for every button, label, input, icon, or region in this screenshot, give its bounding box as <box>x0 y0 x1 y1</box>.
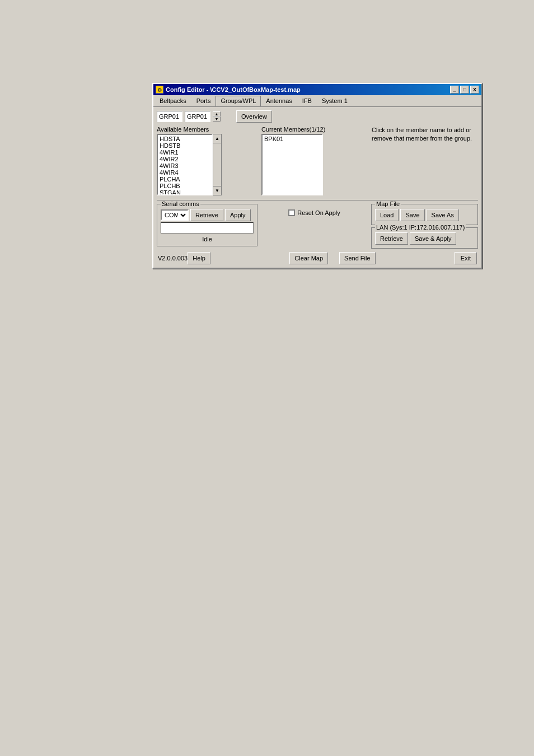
serial-comms-group: Serial comms COM1 COM2 COM3 COM4 Retriev… <box>157 204 257 246</box>
map-file-row: Load Save Save As <box>375 209 474 221</box>
group-label-input[interactable] <box>157 111 182 122</box>
hint-text: Click on the member name to add or remov… <box>366 126 478 195</box>
spin-down[interactable]: ▼ <box>213 116 221 122</box>
save-apply-button[interactable]: Save & Apply <box>410 232 456 245</box>
reset-on-apply-checkbox[interactable] <box>288 209 295 216</box>
list-item[interactable]: BPK01 <box>263 136 321 142</box>
map-file-group: Map File Load Save Save As <box>371 204 478 225</box>
scroll-up-btn[interactable]: ▲ <box>213 134 221 143</box>
lan-row: Retrieve Save & Apply <box>375 232 474 245</box>
lan-retrieve-button[interactable]: Retrieve <box>375 232 408 245</box>
group-value-input[interactable] <box>185 111 210 122</box>
map-file-legend: Map File <box>375 200 401 207</box>
app-icon: ⚙ <box>156 86 163 94</box>
right-panel: Map File Load Save Save As LAN (Sys:1 IP… <box>371 204 478 249</box>
available-members-panel: Available Members HDSTA HDSTB 4WIR1 4WIR… <box>157 126 258 195</box>
group-spinner[interactable]: ▲ ▼ <box>213 111 221 122</box>
list-item[interactable]: PLCHA <box>158 176 211 183</box>
list-item[interactable]: HDSTB <box>158 142 211 149</box>
title-bar-left: ⚙ Config Editor - \CCV2_OutOfBoxMap-test… <box>156 86 301 94</box>
main-window: ⚙ Config Editor - \CCV2_OutOfBoxMap-test… <box>152 83 483 269</box>
reset-on-apply-label: Reset On Apply <box>297 209 340 216</box>
exit-button[interactable]: Exit <box>455 252 477 264</box>
bottom-section: Serial comms COM1 COM2 COM3 COM4 Retriev… <box>157 204 478 249</box>
reset-on-apply-row: Reset On Apply <box>261 204 368 216</box>
tab-ports[interactable]: Ports <box>191 96 216 106</box>
overview-button[interactable]: Overview <box>236 110 272 123</box>
serial-retrieve-button[interactable]: Retrieve <box>190 209 223 221</box>
current-members-panel: Current Members(1/12) BPK01 <box>261 126 363 195</box>
serial-row: COM1 COM2 COM3 COM4 Retrieve Apply <box>161 209 254 221</box>
divider <box>157 200 478 200</box>
serial-comms-legend: Serial comms <box>161 200 200 207</box>
send-file-button[interactable]: Send File <box>339 252 375 264</box>
list-item[interactable]: 4WIR2 <box>158 156 211 162</box>
tab-antennas[interactable]: Antennas <box>261 96 297 106</box>
members-section: Available Members HDSTA HDSTB 4WIR1 4WIR… <box>157 126 478 195</box>
title-bar: ⚙ Config Editor - \CCV2_OutOfBoxMap-test… <box>153 84 481 95</box>
group-row: ▲ ▼ Overview <box>157 110 478 123</box>
tab-groups-wpl[interactable]: Groups/WPL <box>216 96 261 106</box>
list-item[interactable]: 4WIR4 <box>158 169 211 176</box>
save-as-button[interactable]: Save As <box>427 209 459 221</box>
list-item[interactable]: 4WIR3 <box>158 162 211 169</box>
content-area: ▲ ▼ Overview Available Members HDSTA HDS… <box>153 107 481 268</box>
lan-group: LAN (Sys:1 IP:172.016.007.117) Retrieve … <box>371 227 478 249</box>
bottom-bar: V2.0.0.003 Help Clear Map Send File Exit <box>157 252 478 264</box>
available-members-listbox[interactable]: HDSTA HDSTB 4WIR1 4WIR2 4WIR3 4WIR4 PLCH… <box>157 134 213 195</box>
clear-map-button[interactable]: Clear Map <box>289 252 328 264</box>
available-members-listbox-wrapper: HDSTA HDSTB 4WIR1 4WIR2 4WIR3 4WIR4 PLCH… <box>157 134 258 195</box>
version-text: V2.0.0.003 <box>158 255 188 262</box>
serial-apply-button[interactable]: Apply <box>225 209 251 221</box>
close-button[interactable]: X <box>470 86 479 94</box>
list-item[interactable]: 4WIR1 <box>158 149 211 156</box>
scroll-down-btn[interactable]: ▼ <box>213 186 221 195</box>
load-button[interactable]: Load <box>375 209 399 221</box>
list-item[interactable]: HDSTA <box>158 136 211 142</box>
tab-beltpacks[interactable]: Beltpacks <box>154 96 191 106</box>
available-members-label: Available Members <box>157 126 258 133</box>
tab-bar: Beltpacks Ports Groups/WPL Antennas IFB … <box>153 95 481 107</box>
help-button[interactable]: Help <box>188 252 210 264</box>
current-members-label: Current Members(1/12) <box>261 126 363 133</box>
restore-button[interactable]: □ <box>460 86 469 94</box>
spin-up[interactable]: ▲ <box>213 111 221 116</box>
status-text: Idle <box>161 236 254 242</box>
list-item[interactable]: PLCHB <box>158 183 211 189</box>
tab-ifb[interactable]: IFB <box>297 96 317 106</box>
window-title: Config Editor - \CCV2_OutOfBoxMap-test.m… <box>166 86 301 93</box>
title-controls: _ □ X <box>450 86 479 94</box>
list-item[interactable]: STGAN <box>158 189 211 195</box>
current-members-listbox[interactable]: BPK01 <box>261 134 323 195</box>
tab-system1[interactable]: System 1 <box>317 96 353 106</box>
save-button[interactable]: Save <box>400 209 424 221</box>
com-port-select[interactable]: COM1 COM2 COM3 COM4 <box>161 209 189 221</box>
lan-legend: LAN (Sys:1 IP:172.016.007.117) <box>375 224 466 231</box>
minimize-button[interactable]: _ <box>450 86 459 94</box>
